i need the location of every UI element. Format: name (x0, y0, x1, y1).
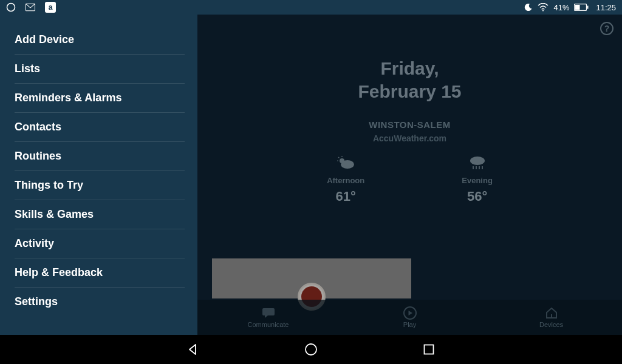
svg-point-10 (341, 160, 354, 169)
battery-percent: 41% (553, 3, 569, 12)
battery-icon (574, 4, 589, 11)
tab-label: Communicate (248, 321, 289, 328)
speech-bubble-icon (262, 306, 275, 320)
sidebar-item-label: Contacts (15, 121, 61, 133)
sidebar-item-routines[interactable]: Routines (15, 142, 185, 171)
tab-label: Play (403, 321, 416, 328)
sidebar-item-label: Routines (15, 150, 61, 162)
tab-communicate[interactable]: Communicate (197, 300, 339, 335)
tab-devices[interactable]: Devices (480, 300, 622, 335)
mail-icon (26, 2, 35, 12)
bottom-tab-bar: Communicate Play Devices (197, 300, 622, 335)
forecast-label: Afternoon (327, 176, 364, 185)
forecast-temp: 56° (462, 189, 493, 204)
status-left: a (6, 2, 56, 13)
sidebar-item-settings[interactable]: Settings (15, 288, 185, 316)
svg-rect-5 (575, 5, 580, 10)
home-date: Friday, February 15 (197, 57, 622, 103)
sidebar-item-label: Things to Try (15, 179, 83, 191)
sidebar-item-contacts[interactable]: Contacts (15, 113, 185, 142)
rain-icon (462, 154, 493, 171)
tab-play[interactable]: Play (339, 300, 480, 335)
status-right: 41% 11:25 (524, 3, 616, 12)
svg-line-9 (338, 157, 340, 158)
date-line-1: Friday, (197, 57, 622, 80)
forecast-row: Afternoon 61° Evening 56° (197, 154, 622, 204)
svg-point-17 (306, 344, 316, 355)
svg-rect-18 (425, 345, 434, 354)
nav-back-button[interactable] (186, 342, 200, 357)
play-circle-icon (403, 306, 417, 320)
forecast-evening: Evening 56° (462, 154, 493, 204)
clock-time: 11:25 (596, 3, 616, 12)
alexa-icon (6, 2, 16, 12)
date-line-2: February 15 (197, 80, 622, 103)
sidebar-item-things-to-try[interactable]: Things to Try (15, 171, 185, 200)
sidebar-item-help-feedback[interactable]: Help & Feedback (15, 258, 185, 288)
sidebar-item-reminders-alarms[interactable]: Reminders & Alarms (15, 84, 185, 113)
forecast-temp: 61° (327, 189, 364, 204)
svg-point-2 (542, 10, 544, 11)
status-bar: a 41% 11:25 (0, 0, 622, 15)
weather-source: AccuWeather.com (197, 133, 622, 143)
content-card[interactable] (212, 258, 411, 298)
svg-rect-4 (587, 6, 589, 9)
sidebar-item-label: Reminders & Alarms (15, 92, 121, 104)
amazon-app-icon: a (45, 2, 56, 13)
forecast-afternoon: Afternoon 61° (327, 154, 364, 204)
sidebar-menu: Add Device Lists Reminders & Alarms Cont… (0, 15, 197, 335)
tab-label: Devices (539, 321, 563, 328)
dnd-moon-icon (524, 3, 533, 12)
help-icon[interactable]: ? (600, 22, 613, 35)
wifi-icon (538, 3, 549, 12)
svg-point-0 (7, 4, 15, 12)
partly-cloudy-icon (327, 154, 364, 171)
nav-home-button[interactable] (304, 342, 318, 357)
android-nav-bar (0, 335, 622, 364)
sidebar-item-label: Lists (15, 62, 40, 75)
svg-point-11 (470, 157, 485, 165)
sidebar-item-skills-games[interactable]: Skills & Games (15, 200, 185, 229)
sidebar-item-label: Settings (15, 295, 58, 308)
weather-location: WINSTON-SALEM (197, 120, 622, 130)
sidebar-item-label: Add Device (15, 33, 74, 46)
sidebar-item-add-device[interactable]: Add Device (15, 25, 185, 55)
sidebar-item-lists[interactable]: Lists (15, 55, 185, 84)
main-content: ? Friday, February 15 WINSTON-SALEM Accu… (197, 15, 622, 335)
forecast-label: Evening (462, 176, 493, 185)
sidebar-item-label: Help & Feedback (15, 266, 103, 278)
sidebar-item-activity[interactable]: Activity (15, 229, 185, 258)
sidebar-item-label: Activity (15, 237, 54, 249)
sidebar-item-label: Skills & Games (15, 208, 94, 220)
nav-recent-button[interactable] (422, 342, 436, 357)
home-devices-icon (545, 306, 558, 320)
